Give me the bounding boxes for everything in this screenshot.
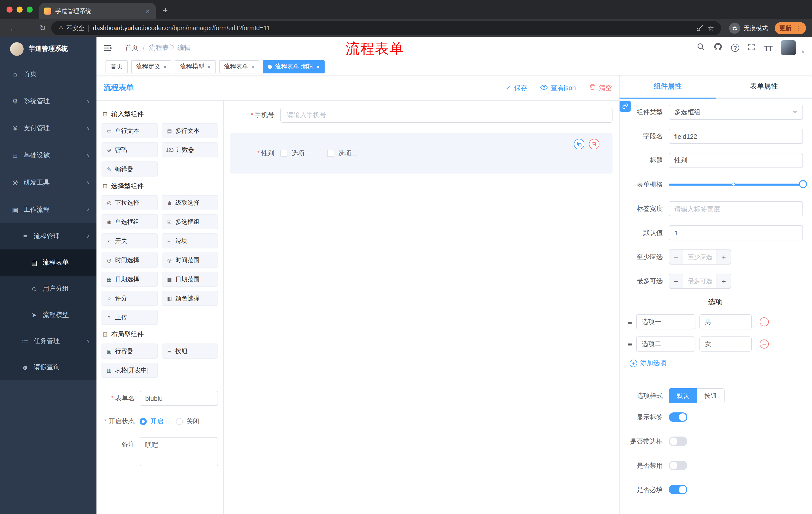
palette-item-password[interactable]: ⊛密码 [102,142,158,157]
sidebar-item-workflow[interactable]: ▣ 工作流程 ∧ [0,196,96,223]
avatar-caret-icon[interactable]: ∨ [801,49,805,54]
drag-handle-icon[interactable]: ≡ [628,318,632,326]
palette-item-date-range[interactable]: ▩日期范围 [162,272,218,287]
link-icon[interactable] [619,101,631,112]
bookmark-star-icon[interactable]: ☆ [708,24,714,32]
gender-widget-selected[interactable]: 性别 选项一 选项二 [230,133,612,173]
checkbox-icon[interactable] [327,150,334,157]
view-json-button[interactable]: 查看json [540,83,576,92]
palette-item-time-picker[interactable]: ◷时间选择 [102,252,158,268]
close-icon[interactable]: × [207,64,210,70]
sidebar-item-payment-management[interactable]: ¥ 支付管理 ∨ [0,115,96,142]
collapse-sidebar-icon[interactable] [104,44,112,52]
palette-item-time-range[interactable]: ◶时间范围 [162,252,218,268]
palette-item-switch[interactable]: ◐开关 [102,233,158,248]
security-warning[interactable]: ⚠ 不安全 [58,24,84,32]
remove-option-button[interactable]: − [760,340,769,349]
tag-process-definition[interactable]: 流程定义 × [131,60,172,73]
palette-item-button[interactable]: ⊟按钮 [162,344,218,359]
field-name-input[interactable] [669,129,803,144]
palette-item-radio-group[interactable]: ◉单选框组 [102,214,158,229]
breadcrumb-home[interactable]: 首页 [125,43,138,52]
browser-menu-icon[interactable]: ⋮ [795,24,802,32]
sidebar-item-home[interactable]: ⌂ 首页 [0,60,96,87]
border-switch[interactable] [669,437,687,446]
tag-home[interactable]: 首页 [106,60,127,73]
palette-item-color-picker[interactable]: ◧颜色选择 [162,291,218,306]
reload-button[interactable]: ↻ [36,24,49,33]
style-default-button[interactable]: 默认 [669,388,697,403]
update-browser-button[interactable]: 更新 ⋮ [775,22,806,34]
palette-item-row-container[interactable]: ▣行容器 [102,344,158,359]
form-grid-slider[interactable] [669,177,803,192]
decrease-button[interactable]: − [669,274,684,288]
option-label-input[interactable] [636,314,695,329]
new-tab-button[interactable]: + [163,5,168,16]
slider-track[interactable] [669,184,803,186]
palette-item-rich-editor[interactable]: ✎编辑器 [102,161,158,177]
remove-option-button[interactable]: − [760,317,769,326]
label-width-input[interactable] [669,201,803,216]
close-icon[interactable]: × [251,64,255,70]
forward-button[interactable]: → [21,24,34,32]
max-select-value[interactable]: 最多可选 [684,274,717,288]
option-value-input[interactable] [699,336,752,352]
increase-button[interactable]: + [717,274,731,288]
radio-on[interactable] [140,418,147,425]
search-icon[interactable] [697,43,705,53]
palette-item-counter[interactable]: 123计数器 [162,142,218,157]
radio-off[interactable] [176,418,183,425]
option-value-input[interactable] [699,314,752,329]
phone-input[interactable]: 请输入手机号 [280,108,612,123]
radio-on-label[interactable]: 开启 [150,417,163,426]
palette-item-table[interactable]: ▥表格[开发中] [102,362,158,378]
close-tab-icon[interactable]: × [145,7,151,15]
delete-widget-button[interactable] [589,139,600,150]
palette-item-slider[interactable]: ⊸滑块 [162,233,218,248]
drag-handle-icon[interactable]: ≡ [628,340,632,348]
phone-field[interactable]: 手机号 请输入手机号 [230,108,612,123]
remark-textarea[interactable]: 嘿嘿 [140,437,218,466]
palette-item-checkbox-group[interactable]: ☑多选框组 [162,214,218,229]
palette-item-select[interactable]: ◎下拉选择 [102,195,158,210]
close-window-button[interactable] [6,6,12,12]
palette-item-upload[interactable]: ↥上传 [102,310,158,325]
gender-option-1[interactable]: 选项一 [280,149,311,158]
help-icon[interactable]: ? [731,44,740,52]
tag-process-form-edit[interactable]: 流程表单-编辑 × [263,60,325,73]
clear-button[interactable]: 清空 [589,83,612,92]
form-name-input[interactable] [140,391,218,406]
tag-process-model[interactable]: 流程模型 × [175,60,215,73]
palette-item-multi-line-text[interactable]: ▤多行文本 [162,123,218,138]
palette-item-rate[interactable]: ☆评分 [102,291,158,306]
sidebar-item-task-management[interactable]: ≔ 任务管理 ∨ [0,328,96,354]
minimize-window-button[interactable] [17,6,23,12]
close-icon[interactable]: × [316,64,320,70]
fullscreen-icon[interactable] [748,43,755,53]
palette-item-date-picker[interactable]: ▦日期选择 [102,272,158,287]
default-value-input[interactable] [669,225,803,240]
checkbox-icon[interactable] [280,150,287,157]
disabled-switch[interactable] [669,461,687,470]
avatar[interactable] [781,40,796,55]
github-icon[interactable] [714,42,723,53]
sidebar-item-system-management[interactable]: ⚙ 系统管理 ∨ [0,87,96,115]
show-label-switch[interactable] [669,412,687,422]
close-icon[interactable]: × [163,64,167,70]
sidebar-item-process-management[interactable]: ≡ 流程管理 ∧ [0,223,96,249]
required-switch[interactable] [669,485,687,494]
palette-item-cascader[interactable]: ⋔级联选择 [162,195,218,210]
gender-option-2[interactable]: 选项二 [327,149,358,158]
font-size-icon[interactable]: TT [764,44,772,52]
palette-item-single-line-text[interactable]: ▭单行文本 [102,123,158,138]
back-button[interactable]: ← [6,24,19,32]
add-option-button[interactable]: + 添加选项 [630,359,803,368]
zoom-window-button[interactable] [27,6,33,12]
sidebar-item-process-model[interactable]: ➤ 流程模型 [0,302,96,328]
option-label-input[interactable] [636,336,695,352]
browser-tab[interactable]: 芋道管理系统 × [39,3,156,19]
sidebar-item-leave-query[interactable]: ☻ 请假查询 [0,354,96,380]
tab-form-props[interactable]: 表单属性 [716,76,812,98]
save-button[interactable]: ✓ 保存 [505,83,527,92]
tab-component-props[interactable]: 组件属性 [619,76,716,98]
